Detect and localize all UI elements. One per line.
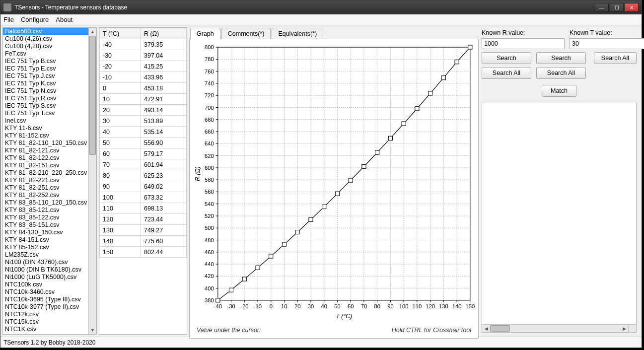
table-row[interactable]: 10472.91 xyxy=(100,94,187,105)
file-item[interactable]: Cu100 (4,28).csv xyxy=(3,43,88,50)
tab-equivalents[interactable]: Equivalents(*) xyxy=(272,28,323,40)
file-item[interactable]: KTY 11-6.csv xyxy=(3,125,88,132)
file-item[interactable]: Inel.csv xyxy=(3,117,88,125)
file-item[interactable]: KTY 81_82-121.csv xyxy=(3,147,88,154)
tab-comments[interactable]: Comments(*) xyxy=(221,28,271,40)
menu-about[interactable]: About xyxy=(56,16,72,23)
table-row[interactable]: -40379.35 xyxy=(100,39,187,50)
search-t-button[interactable]: Search xyxy=(536,52,586,64)
table-row[interactable]: 120723.44 xyxy=(100,214,187,225)
table-row[interactable]: -30397.04 xyxy=(100,50,187,61)
file-item[interactable]: IEC 751 Typ J.csv xyxy=(3,72,88,80)
file-item[interactable]: KTY 81_82-210_220_250.csv xyxy=(3,169,88,177)
close-button[interactable]: ✕ xyxy=(625,3,639,12)
file-item[interactable]: NTC10k-3695 (Type III).csv xyxy=(3,296,88,303)
file-item[interactable]: NTC12k.csv xyxy=(3,311,88,318)
known-r-input[interactable] xyxy=(482,38,565,49)
table-row[interactable]: 80625.23 xyxy=(100,170,187,181)
svg-rect-137 xyxy=(322,205,326,209)
table-row[interactable]: 60579.17 xyxy=(100,148,187,159)
col-header-r[interactable]: R (Ω) xyxy=(141,28,187,39)
table-row[interactable]: 90649.02 xyxy=(100,181,187,192)
file-item[interactable]: KTY 81_82-110_120_150.csv xyxy=(3,140,88,147)
file-list-scrollbar[interactable]: ▲ ▼ xyxy=(88,28,96,334)
file-item[interactable]: KTY 81_82-251.csv xyxy=(3,184,88,192)
table-row[interactable]: 150802.44 xyxy=(100,247,187,258)
file-item[interactable]: KTY 81_82-252.csv xyxy=(3,192,88,199)
file-item[interactable]: KTY 84-151.csv xyxy=(3,236,88,244)
file-item[interactable]: IEC 751 Typ N.csv xyxy=(3,87,88,95)
file-item[interactable]: IEC 751 Typ B.csv xyxy=(3,58,88,65)
scroll-up-icon[interactable]: ▲ xyxy=(89,28,96,36)
file-item[interactable]: KTY 83_85-122.csv xyxy=(3,214,88,221)
table-row[interactable]: 140775.60 xyxy=(100,236,187,247)
file-item[interactable]: Ni1000 (DIN B TK6180).csv xyxy=(3,266,88,274)
file-item[interactable]: IEC 751 Typ S.csv xyxy=(3,102,88,110)
menu-file[interactable]: File xyxy=(3,16,14,23)
table-row[interactable]: 130749.27 xyxy=(100,225,187,236)
file-item[interactable]: FeT.csv xyxy=(3,50,88,58)
file-item[interactable]: KTY 85-152.csv xyxy=(3,244,88,251)
search-all-t-button[interactable]: Search All xyxy=(536,67,586,79)
file-item[interactable]: IEC 751 Typ E.csv xyxy=(3,65,88,72)
table-row[interactable]: 50556.90 xyxy=(100,138,187,148)
file-item[interactable]: NTC10k-3977 (Type II).csv xyxy=(3,303,88,311)
svg-text:100: 100 xyxy=(399,303,409,309)
file-item[interactable]: KTY 81_82-151.csv xyxy=(3,162,88,169)
file-item[interactable]: KTY 81-152.csv xyxy=(3,132,88,140)
cell-r: 397.04 xyxy=(141,50,187,61)
file-item[interactable]: Cu100 (4,26).csv xyxy=(3,35,88,43)
app-icon xyxy=(3,3,11,11)
scroll-down-icon[interactable]: ▼ xyxy=(89,326,96,334)
file-item[interactable]: IEC 751 Typ K.csv xyxy=(3,80,88,87)
file-item[interactable]: LM235Z.csv xyxy=(3,251,88,259)
search-all-r-button[interactable]: Search All xyxy=(482,67,531,79)
table-row[interactable]: -10433.96 xyxy=(100,72,187,83)
table-row[interactable]: 30513.89 xyxy=(100,116,187,127)
search-r-button[interactable]: Search xyxy=(482,52,531,64)
search-all-text-button[interactable]: Search All xyxy=(594,52,637,64)
scroll-thumb[interactable] xyxy=(89,36,96,155)
file-item[interactable]: NTC100k.csv xyxy=(3,281,88,288)
tab-graph[interactable]: Graph xyxy=(190,28,220,40)
hscroll-thumb[interactable] xyxy=(490,325,510,332)
file-item[interactable]: IEC 751 Typ R.csv xyxy=(3,95,88,102)
table-row[interactable]: 0453.18 xyxy=(100,83,187,94)
table-row[interactable]: -20415.25 xyxy=(100,61,187,72)
hscroll-right-icon[interactable]: ▶ xyxy=(620,325,628,332)
file-item[interactable]: NTC10k-3460.csv xyxy=(3,288,88,296)
file-list[interactable]: Balco500.csvCu100 (4,26).csvCu100 (4,28)… xyxy=(3,28,88,334)
file-item[interactable]: NTC15k.csv xyxy=(3,318,88,326)
file-item[interactable]: Balco500.csv xyxy=(3,28,88,35)
svg-rect-133 xyxy=(269,254,273,258)
table-row[interactable]: 70601.94 xyxy=(100,159,187,170)
table-row[interactable]: 20493.14 xyxy=(100,105,187,116)
table-row[interactable]: 100673.32 xyxy=(100,192,187,203)
match-button[interactable]: Match xyxy=(542,85,576,97)
results-hscrollbar[interactable]: ◀ ▶ xyxy=(482,324,628,332)
file-item[interactable]: NTC1K.csv xyxy=(3,326,88,333)
svg-text:800: 800 xyxy=(205,44,214,50)
svg-rect-134 xyxy=(282,242,286,246)
file-item[interactable]: KTY 83_85-121.csv xyxy=(3,207,88,214)
file-item[interactable]: IEC 751 Typ T.csv xyxy=(3,110,88,117)
file-item[interactable]: KTY 83_85-110_120_150.csv xyxy=(3,199,88,207)
file-item[interactable]: KTY 81_82-221.csv xyxy=(3,177,88,184)
svg-text:400: 400 xyxy=(205,285,214,291)
minimize-button[interactable]: — xyxy=(595,3,609,12)
cell-r: 775.60 xyxy=(141,236,187,247)
file-item[interactable]: KTY 84-130_150.csv xyxy=(3,229,88,236)
file-item[interactable]: Ni100 (DIN 43760).csv xyxy=(3,259,88,266)
table-row[interactable]: 110698.13 xyxy=(100,203,187,214)
file-item[interactable]: Ni1000 (LuG TK5000).csv xyxy=(3,274,88,281)
chart-plot[interactable]: -40-30-20-100102030405060708090100110120… xyxy=(193,42,475,323)
file-item[interactable]: KTY 83_85-151.csv xyxy=(3,221,88,229)
table-row[interactable]: 40535.14 xyxy=(100,127,187,138)
col-header-t[interactable]: T (°C) xyxy=(100,28,141,39)
menu-configure[interactable]: Configure xyxy=(21,16,49,23)
file-item[interactable]: KTY 81_82-122.csv xyxy=(3,154,88,162)
maximize-button[interactable]: ☐ xyxy=(610,3,624,12)
hscroll-left-icon[interactable]: ◀ xyxy=(482,325,490,332)
known-t-input[interactable] xyxy=(570,38,644,49)
results-box[interactable]: ◀ ▶ xyxy=(482,103,637,333)
